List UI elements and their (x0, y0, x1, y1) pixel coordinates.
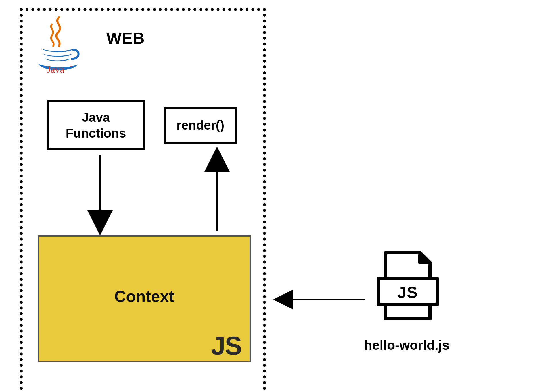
js-file-icon: JS (370, 243, 444, 329)
java-functions-label: Java Functions (66, 109, 126, 141)
js-file-name: hello-world.js (349, 337, 464, 353)
svg-text:™: ™ (70, 65, 73, 69)
js-file-badge-text: JS (397, 283, 418, 301)
web-title: WEB (106, 29, 145, 47)
java-logo-text: Java (47, 64, 64, 73)
render-label: render() (177, 118, 224, 132)
java-logo-icon: Java ™ (33, 16, 82, 73)
context-label: Context (39, 287, 250, 306)
diagram-canvas: WEB Java ™ Java Functions render() Conte… (0, 0, 552, 392)
context-js-badge: JS (211, 331, 241, 361)
render-box: render() (164, 107, 237, 144)
context-box: Context JS (38, 235, 251, 362)
java-functions-box: Java Functions (47, 100, 145, 150)
